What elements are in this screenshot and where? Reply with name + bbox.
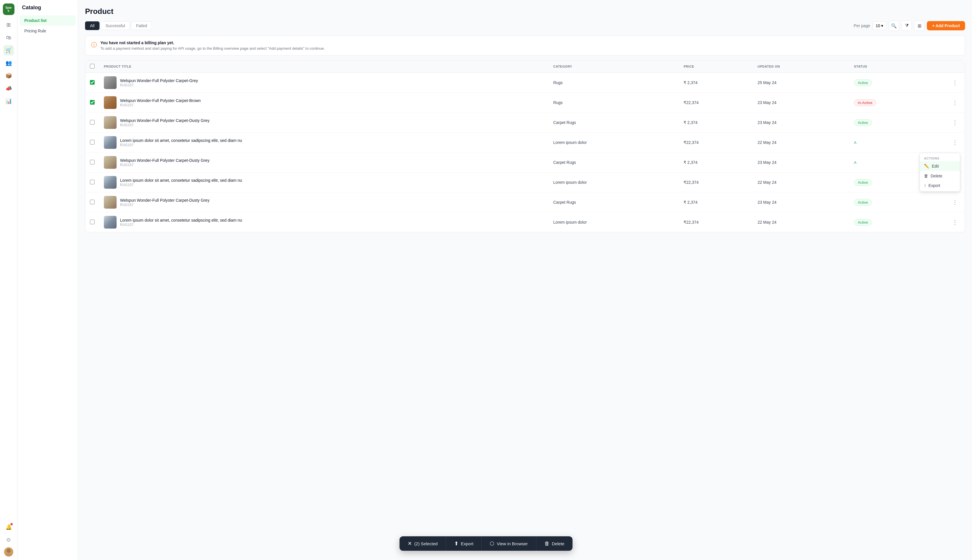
more-options-button[interactable]: ⋮: [950, 218, 960, 227]
row-checkbox[interactable]: [90, 200, 95, 204]
alert-box: ⓘ You have not started a billing plan ye…: [85, 35, 965, 55]
alert-title: You have not started a billing plan yet.: [100, 40, 325, 45]
view-label: View in Browser: [497, 541, 528, 546]
avatar[interactable]: [4, 547, 13, 557]
product-status: Active: [849, 212, 945, 232]
actions-dropdown: Actions ✏️ Edit 🗑 Delete ↑ Export: [920, 153, 960, 192]
selected-label: (2) Selected: [414, 541, 438, 546]
product-sku: RUG157: [120, 183, 242, 187]
product-cell: Welspun Wonder-Full Polyster Carpet-Grey…: [104, 76, 544, 89]
product-info: Welspun Wonder-Full Polyster Carpet-Dust…: [120, 158, 209, 167]
help-icon[interactable]: ⊙: [3, 535, 14, 545]
delete-label: Delete: [931, 174, 942, 178]
tabs: All Successful Failed: [85, 22, 152, 30]
row-checkbox[interactable]: [90, 120, 95, 125]
filter-button[interactable]: ⧩: [902, 20, 912, 31]
product-status: Active: [849, 192, 945, 212]
tab-failed[interactable]: Failed: [131, 22, 152, 30]
status-badge: Active: [854, 179, 872, 186]
table-row: Welspun Wonder-Full Polyster Carpet-Brow…: [85, 93, 965, 113]
row-checkbox[interactable]: [90, 140, 95, 145]
status-badge: A: [854, 160, 857, 165]
product-name: Lorem ipsum dolor sit amet, consetetur s…: [120, 178, 242, 183]
delete-bar-icon: 🗑: [544, 541, 550, 547]
select-all-checkbox[interactable]: [90, 64, 95, 68]
tab-successful[interactable]: Successful: [101, 22, 130, 30]
table-header-row: PRODUCT TITLE CATEGORY PRICE UPDATED ON …: [85, 60, 965, 73]
main-content: Product All Successful Failed Per page 1…: [78, 0, 972, 560]
product-category: Carpet Rugs: [549, 153, 679, 173]
dashboard-icon[interactable]: ⊞: [3, 20, 14, 30]
product-info: Welspun Wonder-Full Polyster Carpet-Dust…: [120, 198, 209, 207]
product-updated-on: 23 May 24: [753, 192, 849, 212]
product-category: Lorem ipsum dolor: [549, 212, 679, 232]
col-price: PRICE: [679, 60, 753, 73]
product-info: Welspun Wonder-Full Polyster Carpet-Dust…: [120, 118, 209, 127]
product-thumbnail: [104, 76, 117, 89]
catalog-icon[interactable]: 🛒: [3, 45, 14, 55]
search-button[interactable]: 🔍: [889, 20, 899, 31]
product-status: In-Active: [849, 93, 945, 113]
product-category: Lorem ipsum dolor: [549, 173, 679, 192]
table-row: Welspun Wonder-Full Polyster Carpet-Grey…: [85, 73, 965, 93]
more-options-button[interactable]: ⋮: [950, 198, 960, 207]
product-updated-on: 22 May 24: [753, 133, 849, 153]
product-thumbnail: [104, 156, 117, 169]
edit-label: Edit: [932, 164, 939, 168]
customers-icon[interactable]: 👥: [3, 58, 14, 68]
product-price: ₹22,374: [679, 93, 753, 113]
product-price: ₹ 2,374: [679, 73, 753, 93]
more-options-button[interactable]: ⋮: [950, 118, 960, 127]
delete-action[interactable]: 🗑 Delete: [920, 171, 960, 181]
chevron-down-icon: ▾: [881, 23, 883, 28]
product-updated-on: 23 May 24: [753, 113, 849, 133]
columns-button[interactable]: ⊞: [914, 20, 925, 31]
product-price: ₹ 2,374: [679, 153, 753, 173]
product-info: Welspun Wonder-Full Polyster Carpet-Brow…: [120, 98, 201, 107]
notifications-icon[interactable]: 🔔: [3, 522, 14, 532]
row-checkbox[interactable]: [90, 100, 95, 105]
table-row: Welspun Wonder-Full Polyster Carpet-Dust…: [85, 113, 965, 133]
marketing-icon[interactable]: 📣: [3, 83, 14, 93]
product-cell: Welspun Wonder-Full Polyster Carpet-Dust…: [104, 156, 544, 169]
row-checkbox[interactable]: [90, 180, 95, 184]
edit-action[interactable]: ✏️ Edit: [920, 161, 960, 171]
product-status: Active: [849, 113, 945, 133]
table-row: Welspun Wonder-Full Polyster Carpet-Dust…: [85, 153, 965, 173]
inventory-icon[interactable]: 📦: [3, 70, 14, 81]
per-page-value: 10: [876, 23, 880, 28]
sidebar-item-pricing-rule[interactable]: Pricing Rule: [20, 26, 75, 36]
analytics-icon[interactable]: 📊: [3, 96, 14, 106]
orders-icon[interactable]: 🛍: [3, 32, 14, 43]
export-button[interactable]: ⬆ Export: [446, 536, 482, 551]
per-page-select[interactable]: 10 ▾: [872, 22, 887, 30]
app-logo[interactable]: Spark: [3, 3, 15, 15]
more-options-button[interactable]: ⋮: [950, 138, 960, 147]
sidebar-item-product-list[interactable]: Product list: [20, 15, 75, 26]
col-category: CATEGORY: [549, 60, 679, 73]
deselect-button[interactable]: ✕ (2) Selected: [400, 536, 446, 551]
export-bar-icon: ⬆: [454, 540, 458, 547]
product-name: Lorem ipsum dolor sit amet, consetetur s…: [120, 138, 242, 143]
product-name: Welspun Wonder-Full Polyster Carpet-Grey: [120, 78, 198, 83]
view-in-browser-button[interactable]: ⬡ View in Browser: [482, 536, 536, 551]
row-checkbox[interactable]: [90, 160, 95, 164]
alert-description: To add a payment method and start paying…: [100, 46, 325, 50]
add-product-button[interactable]: + Add Product: [927, 21, 965, 30]
row-checkbox[interactable]: [90, 220, 95, 224]
product-table: PRODUCT TITLE CATEGORY PRICE UPDATED ON …: [85, 60, 965, 232]
tab-all[interactable]: All: [85, 22, 100, 30]
delete-icon: 🗑: [924, 173, 929, 178]
product-thumbnail: [104, 216, 117, 228]
delete-bar-button[interactable]: 🗑 Delete: [536, 537, 572, 551]
product-sku: RUG157: [120, 163, 209, 167]
product-cell: Lorem ipsum dolor sit amet, consetetur s…: [104, 176, 544, 189]
row-checkbox[interactable]: [90, 80, 95, 85]
more-options-button[interactable]: ⋮: [950, 78, 960, 87]
product-sku: RUG157: [120, 83, 198, 87]
product-thumbnail: [104, 136, 117, 149]
product-cell: Lorem ipsum dolor sit amet, consetetur s…: [104, 136, 544, 149]
more-options-button[interactable]: ⋮: [950, 98, 960, 107]
product-name: Welspun Wonder-Full Polyster Carpet-Brow…: [120, 98, 201, 103]
export-action[interactable]: ↑ Export: [920, 181, 960, 190]
